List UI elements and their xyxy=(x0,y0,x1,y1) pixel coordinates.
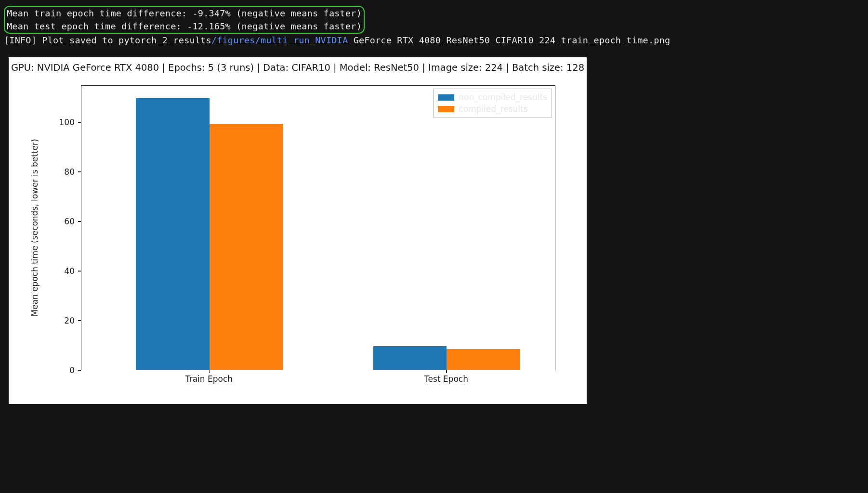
y-tick-label: 40 xyxy=(64,266,75,276)
y-tick-label: 100 xyxy=(59,117,75,127)
info-prefix: [INFO] Plot saved to pytorch_2_results xyxy=(4,35,211,45)
path-link[interactable]: /figures/multi_run_NVIDIA xyxy=(211,35,348,45)
x-tick-label: Train Epoch xyxy=(185,374,233,384)
y-tick-mark xyxy=(78,370,81,371)
x-tick-mark xyxy=(446,370,447,373)
legend-swatch-compiled xyxy=(438,106,454,112)
test-diff-line: Mean test epoch time difference: -12.165… xyxy=(7,20,362,33)
y-tick-mark xyxy=(78,122,81,123)
terminal-output: Mean train epoch time difference: -9.347… xyxy=(0,0,868,51)
chart-title: GPU: NVIDIA GeForce RTX 4080 | Epochs: 5… xyxy=(9,62,587,73)
y-tick-mark xyxy=(78,221,81,222)
bar-compiled_results xyxy=(210,124,283,370)
info-line: [INFO] Plot saved to pytorch_2_results/f… xyxy=(4,34,864,47)
y-tick-mark xyxy=(78,320,81,321)
highlighted-lines: Mean train epoch time difference: -9.347… xyxy=(4,6,365,34)
y-tick-mark xyxy=(78,171,81,172)
bar-non_compiled_results xyxy=(373,346,447,370)
legend-label: compiled_results xyxy=(459,104,527,114)
x-tick-label: Test Epoch xyxy=(424,374,468,384)
y-tick-label: 20 xyxy=(64,316,75,325)
legend-item: compiled_results xyxy=(438,103,547,115)
x-tick-mark xyxy=(209,370,210,373)
chart-legend: non_compiled_results compiled_results xyxy=(433,89,552,117)
plot-area: non_compiled_results compiled_results xyxy=(81,85,555,370)
legend-label: non_compiled_results xyxy=(459,92,547,102)
y-tick-label: 80 xyxy=(64,167,75,177)
y-tick-label: 0 xyxy=(69,365,75,375)
train-diff-line: Mean train epoch time difference: -9.347… xyxy=(7,7,362,20)
y-tick-mark xyxy=(78,271,81,272)
legend-item: non_compiled_results xyxy=(438,91,547,103)
bar-non_compiled_results xyxy=(136,98,210,370)
y-ticks: 020406080100 xyxy=(9,85,79,370)
legend-swatch-noncompiled xyxy=(438,94,454,101)
y-tick-label: 60 xyxy=(64,217,75,226)
bar-compiled_results xyxy=(447,349,520,370)
chart-image: GPU: NVIDIA GeForce RTX 4080 | Epochs: 5… xyxy=(9,57,587,404)
info-suffix: GeForce RTX 4080_ResNet50_CIFAR10_224_tr… xyxy=(348,35,670,45)
